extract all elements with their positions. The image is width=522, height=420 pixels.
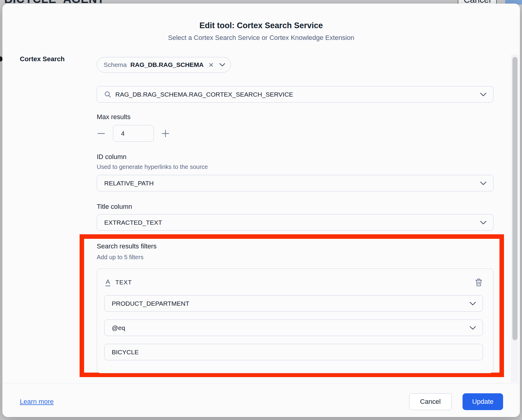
- update-button[interactable]: Update: [463, 393, 503, 410]
- trash-icon[interactable]: [475, 278, 483, 287]
- search-service-value: RAG_DB.RAG_SCHEMA.RAG_CORTEX_SEARCH_SERV…: [115, 91, 293, 98]
- title-column-label: Title column: [97, 203, 493, 211]
- filters-helper-text: Add up to 5 filters: [97, 254, 493, 261]
- filter-operator-value: @eq: [112, 324, 125, 332]
- search-results-filters-label: Search results filters: [97, 242, 493, 250]
- edit-tool-dialog: Edit tool: Cortex Search Service Select …: [2, 4, 520, 417]
- filter-column-select[interactable]: PRODUCT_DEPARTMENT: [104, 295, 483, 312]
- max-results-label: Max results: [97, 113, 493, 121]
- filter-value-input[interactable]: [104, 344, 483, 360]
- cortex-search-label: Cortex Search: [20, 55, 65, 63]
- filter-operator-select[interactable]: @eq: [104, 320, 483, 336]
- schema-chip-prefix: Schema: [104, 61, 127, 68]
- chevron-down-icon: [469, 302, 476, 305]
- plus-icon[interactable]: [161, 129, 170, 138]
- cancel-button[interactable]: Cancel: [409, 393, 452, 410]
- footer-divider: [2, 383, 520, 383]
- chevron-down-icon[interactable]: [219, 63, 225, 67]
- title-column-select[interactable]: EXTRACTED_TEXT: [97, 214, 493, 231]
- max-results-stepper: [97, 125, 493, 142]
- id-column-label: ID column: [97, 153, 493, 161]
- filter-card: A TEXT PRODUCT_: [97, 268, 493, 373]
- schema-chip[interactable]: Schema RAG_DB.RAG_SCHEMA ✕: [97, 57, 231, 73]
- title-column-value: EXTRACTED_TEXT: [104, 219, 162, 226]
- search-service-select[interactable]: RAG_DB.RAG_SCHEMA.RAG_CORTEX_SEARCH_SERV…: [97, 86, 493, 103]
- form-column: Schema RAG_DB.RAG_SCHEMA ✕ RAG_DB.RAG_SC…: [97, 57, 493, 377]
- max-results-input[interactable]: [113, 125, 154, 142]
- chevron-down-icon: [480, 181, 487, 185]
- search-icon: [104, 91, 111, 98]
- annotation-highlight-box: Search results filters Add up to 5 filte…: [80, 234, 504, 377]
- id-column-helper: Used to generate hyperlinks to the sourc…: [97, 164, 493, 170]
- filter-type-label: TEXT: [115, 279, 132, 286]
- chevron-down-icon: [480, 92, 487, 96]
- id-column-value: RELATIVE_PATH: [104, 180, 154, 187]
- text-type-icon: A: [105, 278, 110, 286]
- chevron-down-icon: [469, 326, 476, 330]
- scrollbar-thumb[interactable]: [512, 57, 517, 340]
- dialog-footer: Learn more Cancel Update: [20, 393, 503, 410]
- filter-column-value: PRODUCT_DEPARTMENT: [112, 300, 189, 307]
- close-icon[interactable]: ✕: [207, 62, 215, 68]
- id-column-select[interactable]: RELATIVE_PATH: [97, 175, 493, 191]
- minus-icon[interactable]: [97, 129, 106, 138]
- chevron-down-icon: [480, 220, 487, 224]
- filter-card-header: A TEXT: [104, 278, 483, 287]
- scrollbar-track[interactable]: [511, 55, 519, 382]
- dialog-title: Edit tool: Cortex Search Service: [2, 21, 520, 30]
- dialog-subtitle: Select a Cortex Search Service or Cortex…: [2, 34, 520, 42]
- schema-chip-value: RAG_DB.RAG_SCHEMA: [130, 61, 204, 68]
- learn-more-link[interactable]: Learn more: [20, 398, 54, 406]
